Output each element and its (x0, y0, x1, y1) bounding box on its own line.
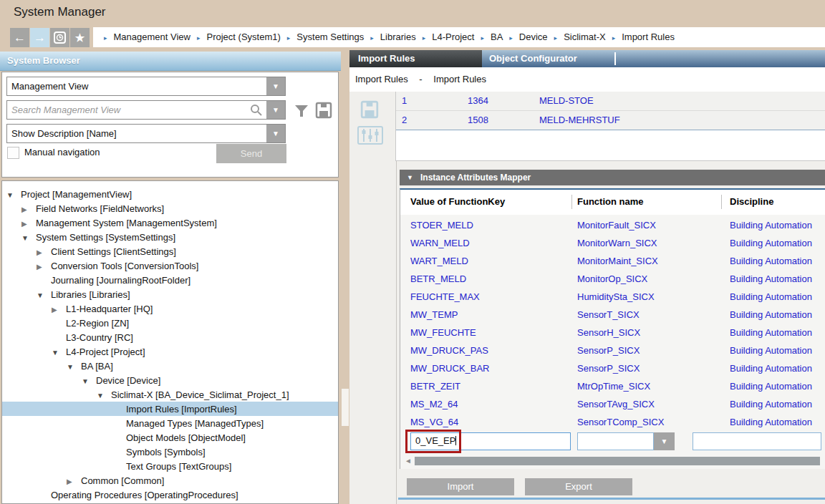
horizontal-scrollbar[interactable]: ◄ (405, 456, 821, 466)
save-icon[interactable] (315, 102, 332, 122)
tree-item-libraries[interactable]: ▼Libraries [Libraries] (2, 287, 338, 301)
rule-row-number: 1 (402, 92, 407, 110)
tree-expand-icon[interactable]: ▶ (52, 303, 66, 317)
breadcrumb-item-libraries[interactable]: Libraries (380, 32, 416, 42)
favorites-button[interactable]: ★ (70, 28, 90, 47)
column-header-discipline[interactable]: Discipline (730, 196, 773, 207)
scrollbar-thumb[interactable] (342, 389, 349, 426)
tree-item-field-networks[interactable]: ▶Field Networks [FieldNetworks] (2, 201, 338, 215)
breadcrumb-item-import-rules[interactable]: Import Rules (622, 32, 675, 42)
mapper-row-mw-druck-bar[interactable]: MW_DRUCK_BARSensorP_SICXBuilding Automat… (400, 359, 825, 377)
rule-row-2[interactable]: 21508MELD-MEHRSTUF (396, 111, 825, 130)
tree-collapse-icon[interactable]: ▼ (82, 374, 96, 389)
breadcrumb-item-siclimat-x[interactable]: Siclimat-X (564, 32, 606, 42)
tab-import-rules[interactable]: Import Rules (349, 50, 482, 67)
tree-item-text-groups[interactable]: Text Groups [TextGroups] (2, 459, 338, 473)
tree-item-l4-project[interactable]: ▼L4-Project [Project] (2, 344, 338, 359)
tree-expand-icon[interactable]: ▶ (21, 217, 36, 231)
back-button[interactable]: ← (10, 28, 29, 47)
breadcrumb-item-system-settings[interactable]: System Settings (296, 32, 364, 42)
tree-expand-icon[interactable]: ▶ (37, 260, 51, 274)
save-icon[interactable] (360, 100, 379, 122)
tree-item-l1-headquarter[interactable]: ▶L1-Headquarter [HQ] (2, 301, 338, 316)
tab-object-configurator[interactable]: Object Configurator (482, 50, 614, 67)
send-button[interactable]: Send (216, 144, 286, 163)
panel-splitter[interactable] (341, 50, 349, 504)
scrollbar-thumb[interactable] (415, 457, 820, 465)
function-key-cell: MW_TEMP (410, 306, 458, 324)
chevron-down-icon[interactable]: ▼ (654, 432, 675, 450)
breadcrumb-item-ba[interactable]: BA (491, 32, 503, 42)
tree-item-ba[interactable]: ▼BA [BA] (2, 359, 338, 373)
tree-expand-icon[interactable]: ▶ (67, 475, 81, 489)
tree-item-object-models[interactable]: Object Models [ObjectModel] (2, 430, 338, 445)
mapper-row-mw-feuchte[interactable]: MW_FEUCHTESensorH_SICXBuilding Automatio… (400, 324, 825, 341)
mapper-row-feuchte-max[interactable]: FEUCHTE_MAXHumiditySta_SICXBuilding Auto… (400, 288, 825, 306)
mapper-row-stoer-meld[interactable]: STOER_MELDMonitorFault_SICXBuilding Auto… (400, 216, 825, 234)
function-name-input[interactable] (577, 432, 654, 450)
mapper-row-betr-zeit[interactable]: BETR_ZEITMtrOpTime_SICXBuilding Automati… (400, 377, 825, 395)
tree-item-system-settings[interactable]: ▼System Settings [SystemSettings] (2, 230, 338, 244)
tree-item-operating-procedures[interactable]: Operating Procedures [OperatingProcedure… (2, 488, 338, 502)
rule-row-1[interactable]: 11364MELD-STOE (396, 92, 825, 111)
instance-attributes-mapper-header[interactable]: ▼ Instance Attributes Mapper (400, 170, 825, 185)
breadcrumb-item-device[interactable]: Device (519, 32, 548, 42)
tree-item-l3-country[interactable]: L3-Country [RC] (2, 330, 338, 344)
tree-item-managed-types[interactable]: Managed Types [ManagedTypes] (2, 416, 338, 430)
tree-expand-icon[interactable]: ▶ (37, 246, 51, 260)
tree-item-symbols[interactable]: Symbols [Symbols] (2, 445, 338, 459)
tree-collapse-icon[interactable]: ▼ (97, 389, 111, 403)
tree-item-management-system[interactable]: ▶Management System [ManagementSystem] (2, 215, 338, 230)
breadcrumb-item[interactable]: Import Rules (433, 74, 486, 84)
tree-item-l2-region[interactable]: L2-Region [ZN] (2, 316, 338, 330)
tree-collapse-icon[interactable]: ▼ (6, 188, 21, 203)
discipline-input[interactable] (693, 432, 821, 450)
settings-sliders-icon[interactable] (357, 126, 383, 147)
scroll-left-icon[interactable]: ◄ (405, 457, 412, 465)
history-button[interactable] (50, 28, 69, 47)
function-name-cell: MonitorFault_SICX (577, 216, 656, 234)
mapper-row-mw-druck-pas[interactable]: MW_DRUCK_PASSensorP_SICXBuilding Automat… (400, 341, 825, 359)
tree-item-project[interactable]: ▼Project [ManagementView] (2, 187, 338, 201)
mapper-row-mw-temp[interactable]: MW_TEMPSensorT_SICXBuilding Automation (400, 306, 825, 324)
forward-button[interactable]: → (30, 28, 49, 47)
tree-item-conversion-tools[interactable]: ▶Conversion Tools [ConversionTools] (2, 258, 338, 273)
mapper-row-wart-meld[interactable]: WART_MELDMonitorMaint_SICXBuilding Autom… (400, 252, 825, 270)
export-button[interactable]: Export (525, 478, 632, 495)
breadcrumb-separator-icon: ▸ (287, 34, 291, 42)
tree-collapse-icon[interactable]: ▼ (52, 346, 66, 360)
window-title: System Manager (14, 5, 106, 19)
collapse-icon[interactable]: ▼ (407, 170, 413, 185)
function-name-cell: SensorP_SICX (577, 359, 640, 377)
tree-collapse-icon[interactable]: ▼ (67, 360, 81, 374)
filter-icon[interactable] (294, 104, 309, 121)
tree-item-journaling[interactable]: Journaling [JournalingRootFolder] (2, 273, 338, 287)
breadcrumb-item-l4-project[interactable]: L4-Project (432, 32, 474, 42)
import-button[interactable]: Import (407, 478, 514, 495)
breadcrumb-item-management-view[interactable]: Management View (114, 32, 190, 42)
search-icon[interactable] (250, 104, 263, 120)
mapper-row-betr-meld[interactable]: BETR_MELDMonitorOp_SICXBuilding Automati… (400, 270, 825, 288)
tree-collapse-icon[interactable]: ▼ (37, 289, 51, 303)
view-selector[interactable]: Management View ▼ (6, 77, 286, 96)
search-input[interactable]: Search Management View ▼ (6, 100, 286, 120)
column-header-function-key[interactable]: Value of FunctionKey (410, 196, 505, 207)
mapper-row-ms-m2-64[interactable]: MS_M2_64SensorTAvg_SICXBuilding Automati… (400, 395, 825, 413)
description-selector[interactable]: Show Description [Name] ▼ (6, 124, 286, 143)
tree-item-import-rules[interactable]: Import Rules [ImportRules] (2, 402, 338, 416)
tree-item-common[interactable]: ▶Common [Common] (2, 473, 338, 488)
column-header-function-name[interactable]: Function name (577, 196, 643, 207)
breadcrumb-item-project-system1[interactable]: Project (System1) (207, 32, 281, 42)
tree-item-device[interactable]: ▼Device [Device] (2, 373, 338, 387)
chevron-down-icon[interactable]: ▼ (266, 77, 285, 95)
tree-expand-icon[interactable]: ▶ (21, 203, 36, 217)
tree-collapse-icon[interactable]: ▼ (21, 231, 36, 246)
tree-item-siclimat-x[interactable]: ▼Siclimat-X [BA_Device_Siclimat_Project_… (2, 387, 338, 402)
mapper-row-ms-vg-64[interactable]: MS_VG_64SensorTComp_SICXBuilding Automat… (400, 413, 825, 431)
chevron-down-icon[interactable]: ▼ (266, 125, 285, 142)
mapper-row-warn-meld[interactable]: WARN_MELDMonitorWarn_SICXBuilding Automa… (400, 234, 825, 252)
manual-navigation-checkbox[interactable] (7, 147, 19, 159)
breadcrumb-item[interactable]: Import Rules (355, 74, 408, 84)
chevron-down-icon[interactable]: ▼ (266, 101, 285, 119)
tree-item-client-settings[interactable]: ▶Client Settings [ClientSettings] (2, 244, 338, 258)
